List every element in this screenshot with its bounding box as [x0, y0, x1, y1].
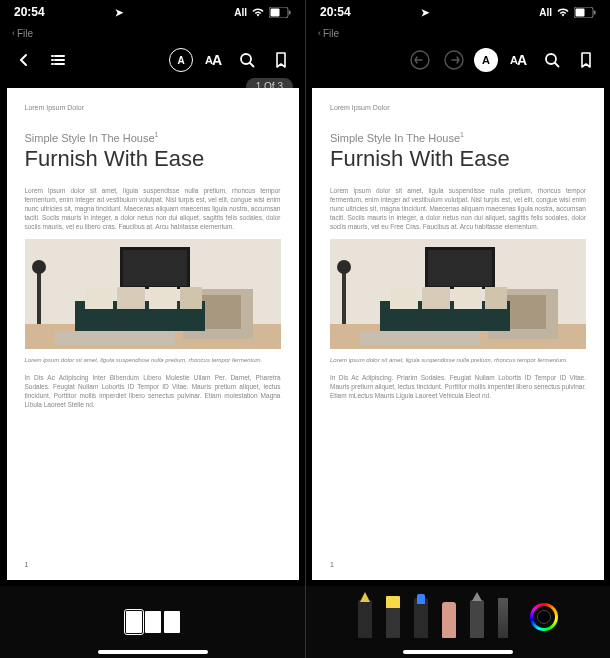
status-bar: 20:54 ➤ All: [306, 0, 610, 24]
current-color: [537, 610, 551, 624]
doc-subtitle: Simple Style In The House1: [330, 131, 586, 144]
status-time: 20:54: [320, 5, 351, 19]
svg-rect-30: [428, 250, 492, 286]
status-time: 20:54: [14, 5, 45, 19]
contents-button[interactable]: [44, 46, 72, 74]
file-label: File: [323, 28, 339, 39]
document-page[interactable]: Lorem Ipsum Dolor Simple Style In The Ho…: [312, 88, 604, 580]
doc-page-number: 1: [25, 561, 29, 568]
tool-pencil[interactable]: [470, 596, 484, 638]
status-right: All: [234, 7, 291, 18]
file-row[interactable]: ‹ File: [306, 24, 610, 42]
thumbnail-1[interactable]: [126, 611, 142, 633]
appearance-button[interactable]: A: [474, 48, 498, 72]
svg-rect-34: [454, 287, 482, 309]
markup-toolbar: [306, 586, 610, 658]
redo-button[interactable]: [440, 46, 468, 74]
location-icon: ➤: [115, 7, 123, 18]
svg-point-37: [337, 260, 351, 274]
svg-rect-19: [575, 8, 584, 16]
svg-rect-6: [55, 331, 175, 345]
tool-highlighter[interactable]: [386, 596, 400, 638]
svg-rect-15: [180, 287, 202, 309]
tool-eraser[interactable]: [442, 596, 456, 638]
svg-rect-20: [594, 10, 596, 14]
doc-page-number: 1: [330, 561, 334, 568]
wifi-icon: [251, 7, 265, 17]
bookmark-button[interactable]: [572, 46, 600, 74]
svg-point-17: [32, 260, 46, 274]
doc-body-2: In Dis Ac Adipiscing Inter Bibendum Libe…: [25, 373, 281, 409]
battery-icon: [269, 7, 291, 18]
doc-body-1: Lorem ipsum dolor sit amet, ligula suspe…: [330, 186, 586, 231]
file-label: File: [17, 28, 33, 39]
status-net: All: [234, 7, 247, 18]
doc-top-label: Lorem Ipsum Dolor: [25, 104, 281, 111]
doc-caption: Lorem ipsum dolor sit amet, ligula suspe…: [25, 357, 281, 363]
doc-subtitle: Simple Style In The House1: [25, 131, 281, 144]
thumbnail-2[interactable]: [145, 611, 161, 633]
doc-body-2: In Dis Ac Adipiscing. Priarim Sodales. F…: [330, 373, 586, 400]
svg-rect-35: [485, 287, 507, 309]
wifi-icon: [556, 7, 570, 17]
svg-rect-10: [123, 250, 187, 286]
bookmark-button[interactable]: [267, 46, 295, 74]
bottom-bar: [0, 586, 305, 658]
page-area: Lorem Ipsum Dolor Simple Style In The Ho…: [306, 78, 610, 586]
left-pane: 20:54 ➤ All ‹ File A AA 1 Of 3 Lorem Ips…: [0, 0, 305, 658]
text-size-button[interactable]: AA: [504, 46, 532, 74]
tool-marker[interactable]: [414, 596, 428, 638]
color-picker[interactable]: [530, 603, 558, 631]
file-row[interactable]: ‹ File: [0, 24, 305, 42]
svg-rect-12: [85, 287, 113, 309]
doc-caption: Lorem ipsum dolor sit amet, ligula suspe…: [330, 357, 586, 363]
page-thumbnails[interactable]: [126, 611, 180, 633]
chevron-left-icon: ‹: [318, 28, 321, 38]
location-icon: ➤: [421, 7, 429, 18]
doc-top-label: Lorem Ipsum Dolor: [330, 104, 586, 111]
toolbar: A AA: [0, 42, 305, 78]
thumbnail-3[interactable]: [164, 611, 180, 633]
svg-rect-36: [342, 269, 346, 324]
doc-title: Furnish With Ease: [25, 146, 281, 172]
tool-pen[interactable]: [358, 596, 372, 638]
status-right: All: [539, 7, 596, 18]
home-indicator[interactable]: [98, 650, 208, 654]
svg-rect-14: [149, 287, 177, 309]
toolbar: A AA: [306, 42, 610, 78]
svg-rect-1: [270, 8, 279, 16]
text-size-button[interactable]: AA: [199, 46, 227, 74]
doc-title: Furnish With Ease: [330, 146, 586, 172]
tool-ruler[interactable]: [498, 596, 508, 638]
back-button[interactable]: [10, 46, 38, 74]
status-net: All: [539, 7, 552, 18]
svg-rect-32: [390, 287, 418, 309]
appearance-button[interactable]: A: [169, 48, 193, 72]
undo-button[interactable]: [406, 46, 434, 74]
search-button[interactable]: [233, 46, 261, 74]
status-bar: 20:54 ➤ All: [0, 0, 305, 24]
page-area: 1 Of 3 Lorem Ipsum Dolor Simple Style In…: [0, 78, 305, 586]
doc-photo: [330, 239, 586, 349]
document-page[interactable]: Lorem Ipsum Dolor Simple Style In The Ho…: [7, 88, 299, 580]
markup-tools: [358, 596, 558, 648]
svg-rect-13: [117, 287, 145, 309]
doc-photo: [25, 239, 281, 349]
doc-body-1: Lorem ipsum dolor sit amet, ligula suspe…: [25, 186, 281, 231]
svg-rect-33: [422, 287, 450, 309]
svg-rect-26: [360, 331, 480, 345]
battery-icon: [574, 7, 596, 18]
svg-rect-2: [289, 10, 291, 14]
svg-rect-16: [37, 269, 41, 324]
chevron-left-icon: ‹: [12, 28, 15, 38]
right-pane: 20:54 ➤ All ‹ File A AA Lorem Ipsum Dolo…: [305, 0, 610, 658]
search-button[interactable]: [538, 46, 566, 74]
home-indicator[interactable]: [403, 650, 513, 654]
